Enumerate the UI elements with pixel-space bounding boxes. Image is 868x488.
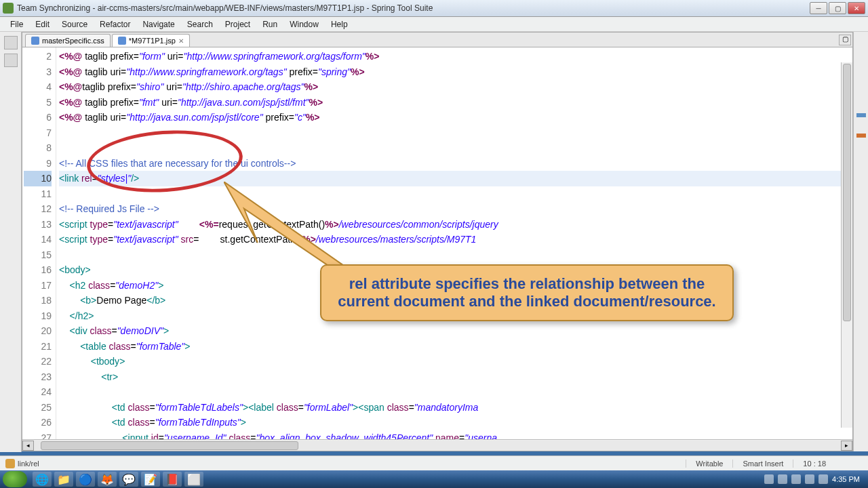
scroll-right-button[interactable]: ▸ bbox=[841, 441, 852, 451]
tray-icon[interactable] bbox=[764, 474, 774, 484]
scrollbar-track[interactable] bbox=[34, 441, 841, 451]
minimize-button[interactable]: ─ bbox=[810, 2, 827, 14]
tray-icon[interactable] bbox=[778, 474, 787, 484]
tab-masterspecific[interactable]: masterSpecific.css bbox=[25, 34, 111, 47]
toolbar-button-1[interactable] bbox=[4, 36, 18, 49]
taskbar-ie-icon[interactable]: 🌐 bbox=[33, 472, 52, 487]
code-viewport[interactable]: 2345678910111213141516171819202122232425… bbox=[22, 47, 852, 439]
start-button[interactable] bbox=[3, 471, 27, 487]
title-bar: Team Synchronizing - air-ccms-masters/sr… bbox=[0, 0, 868, 17]
menu-source[interactable]: Source bbox=[56, 18, 94, 30]
scrollbar-thumb[interactable] bbox=[843, 64, 851, 321]
file-icon bbox=[118, 37, 126, 45]
tray-icon[interactable] bbox=[805, 474, 814, 484]
callout-text: rel attribute specifies the relationship… bbox=[338, 275, 715, 310]
status-path: link/rel bbox=[18, 460, 39, 468]
window-title: Team Synchronizing - air-ccms-masters/sr… bbox=[17, 3, 810, 13]
menu-project[interactable]: Project bbox=[219, 18, 256, 30]
tab-m97t1p1[interactable]: *M97T1P1.jsp ✕ bbox=[112, 34, 190, 47]
status-icon bbox=[5, 459, 15, 468]
system-tray: 4:35 PM bbox=[764, 474, 865, 484]
scroll-left-button[interactable]: ◂ bbox=[22, 441, 34, 451]
annotation-callout: rel attribute specifies the relationship… bbox=[320, 264, 734, 321]
windows-taskbar: 🌐 📁 🔵 🦊 💬 📝 📕 ⬜ 4:35 PM bbox=[0, 470, 868, 488]
close-icon[interactable]: ✕ bbox=[178, 37, 184, 45]
taskbar-firefox-icon[interactable]: 🦊 bbox=[98, 472, 117, 487]
horizontal-scrollbar[interactable]: ◂ ▸ bbox=[22, 439, 852, 451]
taskbar-pdf-icon[interactable]: 📕 bbox=[163, 472, 182, 487]
menu-navigate[interactable]: Navigate bbox=[136, 18, 180, 30]
taskbar-explorer-icon[interactable]: 📁 bbox=[54, 472, 73, 487]
left-toolbar bbox=[0, 32, 22, 452]
marker bbox=[856, 113, 866, 117]
menu-search[interactable]: Search bbox=[181, 18, 219, 30]
toolbar-button-2[interactable] bbox=[4, 54, 18, 67]
overview-ruler[interactable] bbox=[853, 32, 868, 451]
taskbar-chrome-icon[interactable]: 🔵 bbox=[76, 472, 95, 487]
vertical-scrollbar[interactable] bbox=[841, 62, 852, 428]
tray-icon[interactable] bbox=[791, 474, 801, 484]
scrollbar-thumb[interactable] bbox=[41, 441, 298, 450]
tab-label: masterSpecific.css bbox=[42, 37, 104, 45]
editor-area: masterSpecific.css *M97T1P1.jsp ✕ ▢ 2345… bbox=[22, 32, 853, 451]
maximize-view-button[interactable]: ▢ bbox=[839, 35, 851, 45]
menu-refactor[interactable]: Refactor bbox=[94, 18, 136, 30]
tab-label: *M97T1P1.jsp bbox=[129, 37, 176, 45]
close-button[interactable]: ✕ bbox=[848, 2, 865, 14]
status-mode: Smart Insert bbox=[732, 460, 793, 468]
menu-help[interactable]: Help bbox=[325, 18, 354, 30]
menu-edit[interactable]: Edit bbox=[29, 18, 56, 30]
menu-bar: File Edit Source Refactor Navigate Searc… bbox=[0, 17, 868, 32]
status-bar: link/rel Writable Smart Insert 10 : 18 bbox=[0, 455, 868, 470]
app-icon bbox=[3, 3, 14, 14]
menu-file[interactable]: File bbox=[4, 18, 29, 30]
taskbar-skype-icon[interactable]: 💬 bbox=[119, 472, 138, 487]
status-cursor: 10 : 18 bbox=[793, 460, 835, 468]
code-content[interactable]: <%@ taglib prefix="form" uri="http://www… bbox=[56, 47, 852, 439]
file-icon bbox=[31, 37, 39, 45]
editor-tabs: masterSpecific.css *M97T1P1.jsp ✕ ▢ bbox=[22, 33, 852, 47]
maximize-button[interactable]: ▢ bbox=[829, 2, 846, 14]
marker bbox=[856, 134, 866, 138]
line-gutter: 2345678910111213141516171819202122232425… bbox=[22, 47, 56, 439]
menu-window[interactable]: Window bbox=[283, 18, 325, 30]
taskbar-notes-icon[interactable]: 📝 bbox=[141, 472, 160, 487]
menu-run[interactable]: Run bbox=[256, 18, 283, 30]
taskbar-app-icon[interactable]: ⬜ bbox=[184, 472, 203, 487]
status-writable: Writable bbox=[686, 460, 732, 468]
tray-time: 4:35 PM bbox=[832, 475, 860, 483]
tray-icon[interactable] bbox=[818, 474, 828, 484]
